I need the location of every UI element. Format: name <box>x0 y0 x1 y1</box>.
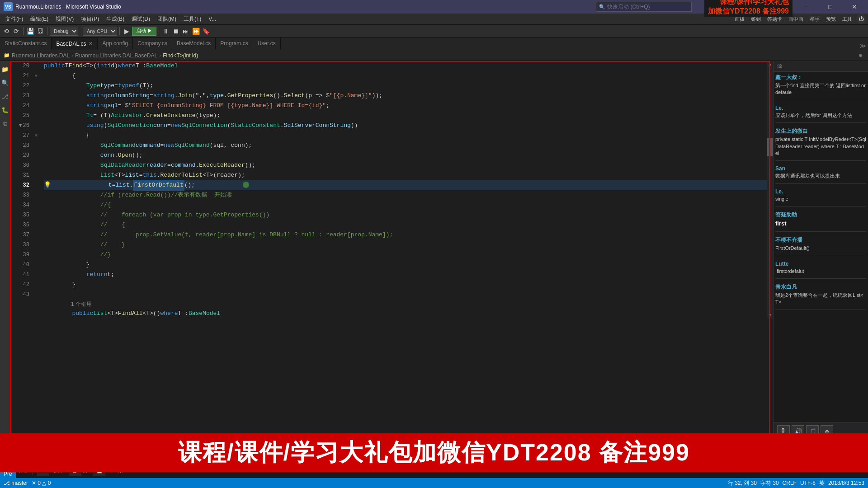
step-icon[interactable]: ⏭ <box>181 27 190 36</box>
quick-search-area[interactable]: 🔍 <box>596 2 692 12</box>
redo-icon[interactable]: ⟳ <box>12 27 21 36</box>
sidebar-debug-icon[interactable]: 🐛 <box>0 105 10 115</box>
token: type <box>210 91 224 101</box>
toolbar-separator3 <box>119 27 120 35</box>
ln-35: 35 <box>12 210 29 220</box>
collapse-26[interactable]: ▼ <box>19 122 22 130</box>
tab-label: BaseModel.cs <box>177 40 211 47</box>
sidebar-search-icon[interactable]: 🔍 <box>0 78 10 88</box>
menu-v[interactable]: V... <box>205 14 220 25</box>
menu-debug[interactable]: 调试(D) <box>128 14 154 25</box>
stop-icon[interactable]: ⏹ <box>171 27 180 36</box>
tab-scroll-right[interactable]: ≫ <box>860 42 866 50</box>
statusbar-errors: ✕ 0 △ 0 <box>32 480 51 486</box>
start-button[interactable]: 启动 ▶ <box>132 27 156 36</box>
token: typeof <box>118 81 139 91</box>
tab-staticconstant[interactable]: StaticConstant.cs <box>0 38 52 50</box>
tab-program[interactable]: Program.cs <box>216 38 253 50</box>
tab-close-basedal[interactable]: ✕ <box>89 41 93 47</box>
breadcrumb-method[interactable]: Find<T>(int id) <box>163 52 198 59</box>
scroll-thumb[interactable] <box>767 138 773 156</box>
datika-btn[interactable]: 答题卡 <box>765 14 784 23</box>
token <box>44 101 86 111</box>
save-all-icon[interactable]: 🖫 <box>36 27 45 36</box>
token: // } <box>44 240 125 250</box>
menu-build[interactable]: 生成(B) <box>103 14 128 25</box>
token: "SELECT {columnString} FROM [{type.Name}… <box>128 101 326 111</box>
code-line-33: //if (reader.Read())//表示有数据 开始读 <box>44 190 767 200</box>
comment-author-0: 鑫一大叔： <box>775 74 866 81</box>
ln-41: 41 <box>12 270 29 280</box>
statusbar-char: 字符 30 <box>760 479 779 487</box>
comment-item-8: 青水白凡 我是2个查询整合在一起，统统返回List<T> <box>775 283 866 310</box>
qiandao-btn[interactable]: 签到 <box>749 14 763 23</box>
code-line-29: conn.Open(); <box>44 150 767 160</box>
sidebar-ext-icon[interactable]: ⧉ <box>0 119 10 129</box>
breadcrumb-project[interactable]: Ruanmou.Libraries.DAL <box>12 52 70 59</box>
statusbar-right: 行 32, 列 30 字符 30 CRLF UTF-8 英 2018/8/3 1… <box>728 479 864 487</box>
scroll-up-btn[interactable]: ▲ <box>767 61 773 67</box>
token: = <box>139 170 143 180</box>
cpu-config-select[interactable]: Any CPU <box>83 27 117 36</box>
quick-search-input[interactable] <box>607 4 689 10</box>
pause-icon[interactable]: ⏸ <box>161 27 170 36</box>
step-over-icon[interactable]: ⏩ <box>191 27 200 36</box>
editor-scrollbar[interactable]: ▲ ▼ <box>767 61 773 319</box>
token: type <box>100 81 114 91</box>
ref-count-area: 1 个引用 <box>44 300 767 309</box>
minimize-button[interactable]: ─ <box>796 0 816 14</box>
menu-project[interactable]: 项目(P) <box>77 14 103 25</box>
token: <T>(reader); <box>203 170 245 180</box>
code-lines[interactable]: public T Find<T>(int id) where T : BaseM… <box>42 61 767 319</box>
menu-team[interactable]: 团队(M) <box>154 14 180 25</box>
menu-tools[interactable]: 工具(T) <box>180 14 205 25</box>
cc-25 <box>35 121 42 131</box>
comment-text-5: first <box>775 220 866 228</box>
menu-view[interactable]: 视图(V) <box>52 14 77 25</box>
tab-company[interactable]: Company.cs <box>133 38 172 50</box>
tab-user[interactable]: User.cs <box>253 38 281 50</box>
tab-appconfig[interactable]: App.config <box>98 38 133 50</box>
power-btn[interactable]: ⏻ <box>856 14 866 24</box>
save-icon[interactable]: 💾 <box>26 27 35 36</box>
main-content: 📁 🔍 ⎇ 🐛 ⧉ 20 21 22 23 24 25 ▼26 <box>0 61 868 462</box>
token: T <box>86 111 90 121</box>
token: BaseModel <box>189 309 220 319</box>
token: (sql, conn); <box>210 141 252 150</box>
bookmark-icon[interactable]: 🔖 <box>201 27 210 36</box>
sidebar-git-icon[interactable]: ⎇ <box>0 92 10 102</box>
code-line-44: public List<T> FindAll<T>() where T : Ba… <box>44 309 767 319</box>
collapse-20[interactable]: ▼ <box>35 74 38 79</box>
breadcrumb: 📁 Ruanmou.Libraries.DAL › Ruanmou.Librar… <box>0 50 868 61</box>
close-button[interactable]: ✕ <box>844 0 864 14</box>
sidebar-explore-icon[interactable]: 📁 <box>0 65 10 75</box>
comment-text-8: 我是2个查询整合在一起，统统返回List<T> <box>775 292 866 306</box>
jushou-btn[interactable]: 举手 <box>807 14 822 23</box>
comment-text-1: 应该封单个，然后for 调用这个方法 <box>775 112 866 119</box>
expand-icon[interactable]: ⊕ <box>859 52 863 58</box>
tab-basemodel[interactable]: BaseModel.cs <box>172 38 216 50</box>
yulan-btn[interactable]: 预览 <box>824 14 838 23</box>
attach-icon[interactable]: ▶ <box>122 27 131 36</box>
code-display: 20 21 22 23 24 25 ▼26 27 28 29 30 31 32 … <box>10 61 773 319</box>
tab-basedal[interactable]: BaseDAL.cs ✕ <box>52 38 98 50</box>
debug-config-select[interactable]: Debug <box>50 27 78 36</box>
undo-icon[interactable]: ⟲ <box>2 27 11 36</box>
collapse-26b[interactable]: ▼ <box>35 133 38 138</box>
breadcrumb-class[interactable]: Ruanmou.Libraries.DAL.BaseDAL <box>75 52 157 59</box>
scroll-down-btn[interactable]: ▼ <box>767 312 773 319</box>
token: BaseModel <box>146 61 178 71</box>
menu-edit[interactable]: 编辑(E) <box>27 14 52 25</box>
maximize-button[interactable]: □ <box>820 0 840 14</box>
token: )) <box>351 121 358 131</box>
cc-22 <box>35 91 42 101</box>
huaban-btn[interactable]: 画板 <box>732 14 747 23</box>
token: <T> <box>114 170 125 180</box>
menu-file[interactable]: 文件(F) <box>2 14 27 25</box>
token: . <box>142 111 146 121</box>
huazhonghua-btn[interactable]: 画中画 <box>786 14 806 23</box>
token <box>44 160 100 170</box>
editor-tabs: StaticConstant.cs BaseDAL.cs ✕ App.confi… <box>0 38 868 50</box>
token: (); <box>245 160 255 170</box>
gongju-btn[interactable]: 工具 <box>840 14 854 23</box>
